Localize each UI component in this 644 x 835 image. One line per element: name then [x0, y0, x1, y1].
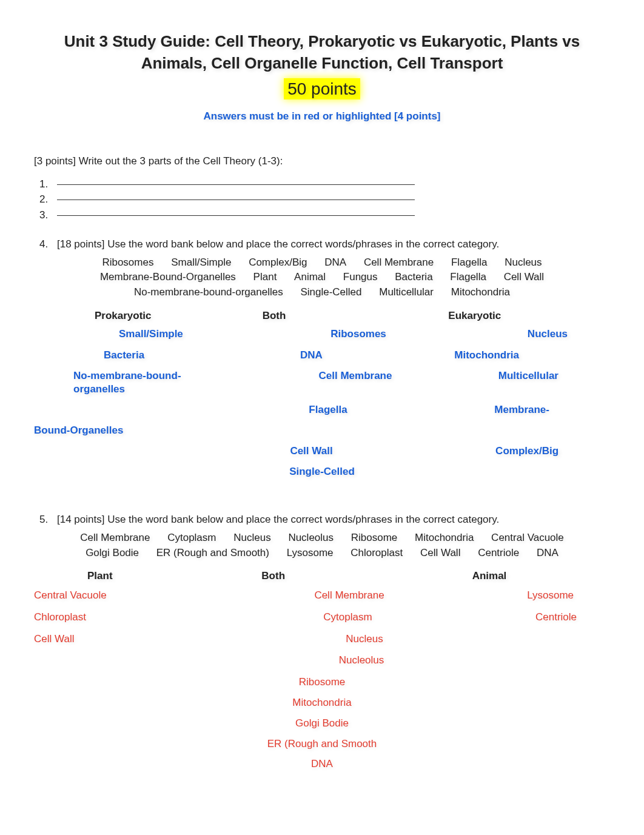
cell: [446, 632, 610, 646]
both-only-item: Golgi Bodie: [34, 716, 610, 731]
cell: Mitochondria: [381, 349, 610, 362]
cell: [34, 444, 199, 458]
wordbank-term: Complex/Big: [241, 257, 314, 268]
wordbank-term: Central Vacuole: [484, 532, 571, 543]
wordbank-term: Chloroplast: [343, 547, 410, 558]
blank-line: [57, 215, 415, 216]
both-only-item: Ribosome: [34, 675, 610, 689]
both-only-item: DNA: [34, 757, 610, 771]
both-only-item: Mitochondria: [34, 696, 610, 710]
blank-line: [57, 200, 415, 200]
q5-answers: Central VacuoleCell MembraneLysosomeChlo…: [34, 588, 610, 668]
table-row: Cell WallComplex/Big: [34, 444, 610, 458]
wordbank-term: ER (Rough and Smooth): [149, 547, 277, 558]
wordbank-term: Cell Wall: [413, 547, 468, 558]
table-row: Small/SimpleRibosomesNucleus: [34, 327, 610, 341]
q4-item: [18 points] Use the word bank below and …: [34, 237, 610, 252]
wordbank-term: Golgi Bodie: [78, 547, 146, 558]
table-row: Cell WallNucleus: [34, 632, 610, 646]
wordbank-term: Bacteria: [387, 271, 440, 283]
both-only-item: ER (Rough and Smooth: [34, 737, 610, 751]
q-cell-theory-prompt: [3 points] Write out the 3 parts of the …: [34, 154, 610, 169]
wordbank-term: Nucleus: [226, 532, 278, 543]
blank-line: [57, 184, 415, 185]
wordbank-term: Ribosome: [344, 532, 405, 543]
cell: Membrane-: [402, 403, 610, 417]
wordbank-term: Nucleolus: [281, 532, 341, 543]
points-highlight: 50 points: [284, 78, 360, 99]
wordbank-term: Mitochondria: [444, 286, 517, 298]
cell: Bacteria: [34, 349, 242, 362]
cell: [418, 465, 610, 478]
q4-prompt: [18 points] Use the word bank below and …: [57, 238, 499, 250]
table-row: No-membrane-bound-organellesCell Membran…: [34, 369, 610, 396]
cell: Small/Simple: [34, 327, 258, 341]
q5-wordbank: Cell Membrane Cytoplasm Nucleus Nucleolu…: [46, 531, 598, 560]
wordbank-term: Multicellular: [372, 286, 441, 298]
q5-header-right: Animal: [400, 569, 610, 583]
cell: Centriole: [424, 610, 610, 625]
cell-theory-list: [34, 177, 610, 223]
cell: [444, 653, 610, 668]
q4-flagella-row: Flagella Membrane-: [34, 403, 610, 417]
list-item: [51, 192, 610, 207]
cell: Nucleus: [428, 327, 610, 341]
q5-both-only: RibosomeMitochondriaGolgi BodieER (Rough…: [34, 675, 610, 771]
cell: Cell Wall: [34, 632, 198, 646]
cell: Single-Celled: [226, 465, 418, 478]
q4-header-mid: Both: [257, 309, 424, 323]
wordbank-term: Cell Wall: [497, 271, 551, 283]
wordbank-term: Centriole: [471, 547, 526, 558]
q4-header-left: Prokaryotic: [34, 309, 257, 323]
cell: Cytoplasm: [187, 610, 424, 625]
q4-headers: Prokaryotic Both Eukaryotic: [34, 309, 610, 323]
table-row: BacteriaDNAMitochondria: [34, 349, 610, 362]
wordbank-term: Cell Membrane: [357, 257, 441, 268]
wordbank-term: Small/Simple: [164, 257, 238, 268]
wordbank-term: Ribosomes: [95, 257, 161, 268]
wordbank-term: Fungus: [336, 271, 385, 283]
wordbank-term: Mitochondria: [408, 532, 481, 543]
cell: [34, 653, 200, 668]
table-row: Central VacuoleCell MembraneLysosome: [34, 588, 610, 603]
wordbank-term: Cell Membrane: [73, 532, 157, 543]
wordbank-term: Single-Celled: [293, 286, 369, 298]
cell: Complex/Big: [394, 444, 610, 458]
q4-answers: Small/SimpleRibosomesNucleusBacteriaDNAM…: [34, 327, 610, 395]
cell: Multicellular: [423, 369, 610, 396]
cell: Cell Wall: [199, 444, 394, 458]
q5-item: [14 points] Use the word bank below and …: [34, 512, 610, 527]
wordbank-term: DNA: [529, 547, 566, 558]
wordbank-term: Flagella: [444, 257, 495, 268]
list-item: [51, 177, 610, 192]
q5-headers: Plant Both Animal: [34, 569, 610, 583]
cell: DNA: [242, 349, 380, 362]
cell: [34, 465, 226, 478]
cell: Cell Membrane: [209, 369, 423, 396]
q5-header-left: Plant: [34, 569, 225, 583]
q5-prompt: [14 points] Use the word bank below and …: [57, 514, 499, 525]
q5-header-mid: Both: [225, 569, 399, 583]
cell: No-membrane-bound-organelles: [34, 369, 209, 396]
list-item: [18 points] Use the word bank below and …: [51, 237, 610, 252]
cell: Central Vacuole: [34, 588, 184, 603]
table-row: Single-Celled: [34, 465, 610, 478]
points-line: 50 points: [34, 77, 610, 101]
wordbank-term: No-membrane-bound-organelles: [127, 286, 290, 298]
cell: [34, 403, 218, 417]
q4-answers-2: Cell WallComplex/BigSingle-Celled: [34, 444, 610, 478]
wordbank-term: Animal: [287, 271, 333, 283]
wordbank-term: Flagella: [443, 271, 494, 283]
wordbank-term: Membrane-Bound-Organelles: [93, 271, 243, 283]
wordbank-term: Lysosome: [280, 547, 341, 558]
cell: Nucleus: [198, 632, 446, 646]
instruction-line: Answers must be in red or highlighted [4…: [34, 109, 610, 124]
q4-wordbank: Ribosomes Small/Simple Complex/Big DNA C…: [58, 255, 586, 300]
wordbank-term: Cytoplasm: [160, 532, 223, 543]
q4-wrap-line: Bound-Organelles: [34, 424, 610, 437]
page-title: Unit 3 Study Guide: Cell Theory, Prokary…: [34, 30, 610, 75]
list-item: [51, 208, 610, 223]
cell: Lysosome: [424, 588, 610, 603]
cell: Cell Membrane: [184, 588, 424, 603]
wordbank-term: Nucleus: [497, 257, 549, 268]
